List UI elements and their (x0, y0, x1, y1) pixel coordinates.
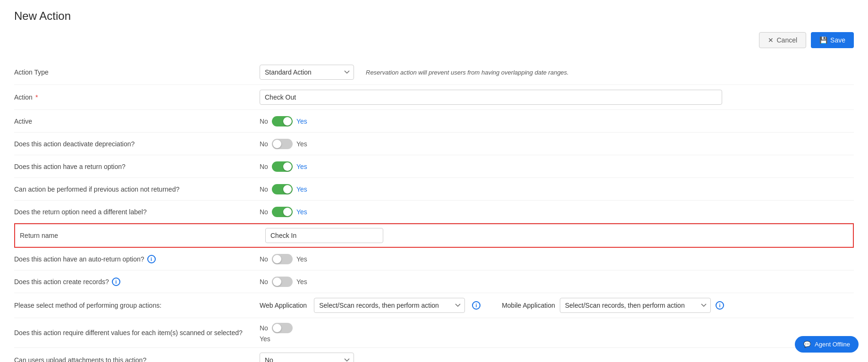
different-label-thumb (283, 208, 292, 216)
return-option-row: Does this action have a return option? N… (14, 155, 854, 178)
action-type-control: Standard Action Reservation Action Reser… (260, 65, 854, 80)
deactivate-depreciation-label: Does this action deactivate depreciation… (14, 140, 260, 148)
previous-no-label: No (260, 185, 268, 193)
different-values-control: No Yes (260, 323, 854, 343)
active-toggle-group: No Yes (260, 116, 307, 126)
save-icon: 💾 (819, 36, 827, 44)
action-control (260, 90, 854, 105)
save-button[interactable]: 💾 Save (811, 32, 854, 48)
different-values-row: Does this action require different value… (14, 318, 854, 348)
deactivate-depreciation-control: No Yes (260, 139, 854, 149)
action-type-label: Action Type (14, 68, 260, 76)
auto-return-toggle[interactable] (272, 254, 293, 264)
group-actions-control: Web Application Select/Scan records, the… (260, 298, 854, 313)
deactivate-toggle-group: No Yes (260, 139, 307, 149)
return-option-toggle[interactable] (272, 161, 293, 172)
return-name-row: Return name (14, 223, 854, 248)
group-method-row: Web Application Select/Scan records, the… (260, 298, 724, 313)
web-app-info-icon[interactable]: i (472, 301, 480, 310)
auto-return-control: No Yes (260, 254, 854, 264)
return-option-toggle-group: No Yes (260, 161, 307, 172)
upload-attachments-select[interactable]: No Yes Optional (260, 353, 354, 362)
previous-yes-label: Yes (296, 185, 307, 193)
active-yes-label: Yes (296, 118, 307, 125)
action-type-select[interactable]: Standard Action Reservation Action (260, 65, 354, 80)
upload-attachments-row: Can users upload attachments to this act… (14, 348, 854, 362)
deactivate-no-label: No (260, 140, 268, 148)
web-app-select[interactable]: Select/Scan records, then perform action… (314, 298, 465, 313)
auto-return-toggle-group: No Yes (260, 254, 307, 264)
different-values-thumb (273, 324, 281, 332)
auto-return-label: Does this action have an auto-return opt… (14, 255, 260, 263)
different-label-control: No Yes (260, 207, 854, 217)
different-values-no-group: No (260, 323, 293, 333)
different-label-yes-label: Yes (296, 208, 307, 216)
different-label-no-label: No (260, 208, 268, 216)
required-star: * (35, 93, 38, 101)
action-type-row: Action Type Standard Action Reservation … (14, 60, 854, 85)
action-row: Action* (14, 85, 854, 110)
group-actions-row: Please select method of performing group… (14, 293, 854, 318)
different-values-no-label: No (260, 324, 268, 332)
mobile-app-select[interactable]: Select/Scan records, then perform action… (560, 298, 711, 313)
active-control: No Yes (260, 116, 854, 126)
cancel-icon: ✕ (768, 36, 774, 44)
mobile-app-info-icon[interactable]: i (716, 301, 724, 310)
different-values-label: Does this action require different value… (14, 329, 260, 337)
toolbar: ✕ Cancel 💾 Save (14, 32, 854, 48)
return-name-input[interactable] (265, 228, 383, 243)
different-label-toggle-group: No Yes (260, 207, 307, 217)
different-label-label: Does the return option need a different … (14, 208, 260, 216)
action-label: Action* (14, 93, 260, 101)
previous-not-returned-label: Can action be performed if previous acti… (14, 185, 260, 193)
previous-thumb (283, 185, 292, 194)
different-values-yes-label: Yes (260, 335, 293, 343)
web-app-label: Web Application (260, 302, 307, 309)
deactivate-depreciation-row: Does this action deactivate depreciation… (14, 133, 854, 155)
return-option-thumb (283, 162, 292, 171)
return-name-label: Return name (20, 232, 265, 239)
action-input[interactable] (260, 90, 722, 105)
create-records-thumb (273, 278, 281, 286)
create-records-row: Does this action create records? i No Ye… (14, 270, 854, 293)
cancel-button[interactable]: ✕ Cancel (759, 32, 806, 48)
mobile-section: Mobile Application Select/Scan records, … (502, 298, 724, 313)
return-option-yes-label: Yes (296, 163, 307, 170)
agent-offline-button[interactable]: 💬 Agent Offline (795, 336, 859, 353)
create-records-yes-label: Yes (296, 278, 307, 286)
create-records-toggle-group: No Yes (260, 277, 307, 287)
previous-not-returned-row: Can action be performed if previous acti… (14, 178, 854, 201)
mobile-app-label: Mobile Application (502, 302, 555, 309)
upload-attachments-control: No Yes Optional (260, 353, 854, 362)
return-option-label: Does this action have a return option? (14, 163, 260, 170)
previous-toggle[interactable] (272, 184, 293, 194)
return-option-control: No Yes (260, 161, 854, 172)
deactivate-yes-label: Yes (296, 140, 307, 148)
previous-not-returned-control: No Yes (260, 184, 854, 194)
active-label: Active (14, 118, 260, 125)
upload-attachments-label: Can users upload attachments to this act… (14, 356, 260, 362)
create-records-label: Does this action create records? i (14, 278, 260, 286)
auto-return-yes-label: Yes (296, 255, 307, 263)
different-label-toggle[interactable] (272, 207, 293, 217)
return-option-no-label: No (260, 163, 268, 170)
agent-icon: 💬 (803, 341, 811, 348)
page-title: New Action (14, 9, 854, 23)
return-name-control (265, 228, 848, 243)
auto-return-info-icon[interactable]: i (147, 255, 156, 263)
auto-return-row: Does this action have an auto-return opt… (14, 248, 854, 270)
different-values-toggle[interactable] (272, 323, 293, 333)
action-type-hint: Reservation action will prevent users fr… (366, 69, 569, 76)
page-container: New Action ✕ Cancel 💾 Save Action Type S… (0, 0, 868, 362)
create-records-no-label: No (260, 278, 268, 286)
active-toggle[interactable] (272, 116, 293, 126)
create-records-info-icon[interactable]: i (112, 278, 120, 286)
create-records-toggle[interactable] (272, 277, 293, 287)
create-records-control: No Yes (260, 277, 854, 287)
auto-return-no-label: No (260, 255, 268, 263)
auto-return-thumb (273, 255, 281, 263)
deactivate-toggle[interactable] (272, 139, 293, 149)
deactivate-thumb (273, 140, 281, 148)
group-actions-label: Please select method of performing group… (14, 302, 260, 309)
previous-toggle-group: No Yes (260, 184, 307, 194)
